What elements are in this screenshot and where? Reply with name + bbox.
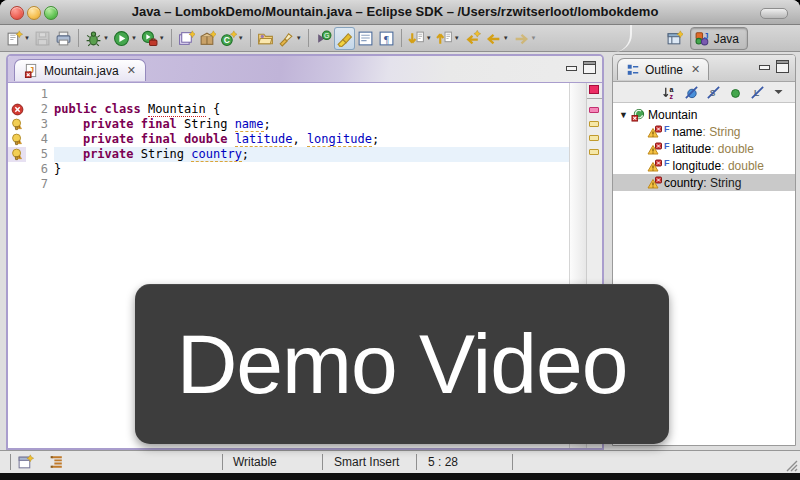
resize-grip[interactable]	[784, 458, 798, 472]
maximize-outline-button[interactable]	[776, 60, 789, 73]
java-file-icon: J	[24, 63, 39, 78]
new-project-icon	[178, 30, 195, 47]
new-java-project-button[interactable]	[176, 27, 197, 50]
outline-item-type: : double	[711, 142, 754, 156]
ruler-warning-marker[interactable]	[589, 135, 599, 141]
print-icon	[55, 30, 72, 47]
mac-close-button[interactable]	[10, 6, 24, 20]
toolbar-toggle-capsule[interactable]	[760, 8, 788, 19]
search-button[interactable]: ▼	[276, 27, 304, 50]
letterbox-bar	[0, 473, 800, 480]
ruler-warning-marker[interactable]	[589, 149, 599, 155]
last-edit-location-button[interactable]	[462, 27, 483, 50]
new-class-icon: C	[220, 30, 237, 47]
hide-fields-button[interactable]	[684, 85, 699, 100]
main-toolbar: ▼▼▼▼C▼▼G¶▼▼▼▼ J Java	[0, 25, 800, 52]
java-perspective-label: Java	[714, 32, 739, 46]
show-whitespace-toggle[interactable]: ¶	[376, 27, 397, 50]
outline-item-label: latitude	[673, 142, 712, 156]
back-button[interactable]: ▼	[483, 27, 511, 50]
outline-tab[interactable]: Outline ✕	[617, 58, 709, 80]
mac-minimize-button[interactable]	[27, 6, 41, 20]
cursor-position-status: 5 : 28	[428, 455, 458, 469]
outline-item-country[interactable]: country : String	[613, 174, 795, 191]
save-button[interactable]	[32, 27, 53, 50]
open-element-button[interactable]: G	[313, 27, 334, 50]
hide-non-public-button[interactable]	[728, 85, 743, 100]
code-line[interactable]: 5 private String country;	[8, 147, 570, 162]
editor-tab-bar: J Mountain.java ✕	[8, 56, 602, 83]
svg-text:C: C	[224, 35, 230, 45]
outline-item-label: name	[673, 125, 703, 139]
code-line[interactable]: 6}	[8, 162, 570, 177]
svg-text:J: J	[703, 31, 708, 41]
external-tools-button[interactable]: ▼	[139, 27, 167, 50]
dropdown-arrow-icon: ▼	[454, 35, 460, 41]
previous-annotation-button[interactable]: ▼	[434, 27, 462, 50]
screen: Java – LombokDemo/Mountain.java – Eclips…	[0, 0, 800, 480]
forward-button[interactable]: ▼	[511, 27, 539, 50]
status-bar: Writable Smart Insert 5 : 28	[0, 450, 800, 473]
outline-item-latitude[interactable]: Flatitude : double	[613, 140, 795, 157]
mac-zoom-button[interactable]	[44, 6, 58, 20]
insert-mode-status: Smart Insert	[334, 455, 399, 469]
code-line[interactable]: 3 private final String name;	[8, 117, 570, 132]
code-line[interactable]: 4 private final double latitude, longitu…	[8, 132, 570, 147]
code-text: }	[54, 162, 570, 177]
back-icon	[485, 30, 502, 47]
minimize-editor-button[interactable]	[565, 62, 576, 73]
new-class-button[interactable]: C▼	[218, 27, 246, 50]
status-separator	[10, 454, 11, 470]
ruler-divider	[587, 98, 602, 99]
ruler-warning-marker[interactable]	[589, 121, 599, 127]
code-line[interactable]: 7	[8, 177, 570, 192]
run-button[interactable]: ▼	[111, 27, 139, 50]
sort-button[interactable]: az	[662, 85, 677, 100]
class-obj-icon	[631, 108, 646, 122]
show-source-icon	[357, 30, 374, 47]
highlighter-icon	[336, 30, 353, 47]
error-marker-icon[interactable]	[8, 102, 26, 117]
minimize-outline-button[interactable]	[758, 61, 769, 72]
maximize-editor-button[interactable]	[583, 61, 596, 74]
fast-view-outline-icon[interactable]	[48, 454, 65, 471]
outline-item-name[interactable]: Fname : String	[613, 123, 795, 140]
expander-icon[interactable]: ▼	[619, 110, 629, 120]
editor-tab-mountain-java[interactable]: J Mountain.java ✕	[14, 59, 146, 81]
warning-marker-icon[interactable]	[8, 147, 26, 162]
debug-button[interactable]: ▼	[83, 27, 111, 50]
warning-marker-icon[interactable]	[8, 117, 26, 132]
code-line[interactable]: 1	[8, 87, 570, 102]
open-element-icon: G	[315, 30, 332, 47]
outline-item-longitude[interactable]: Flongitude : double	[613, 157, 795, 174]
outline-item-Mountain[interactable]: ▼Mountain	[613, 106, 795, 123]
new-package-button[interactable]	[197, 27, 218, 50]
hide-static-button[interactable]: S	[706, 85, 721, 100]
svg-text:z: z	[670, 92, 674, 99]
final-adornment: F	[664, 124, 670, 134]
next-annotation-button[interactable]: ▼	[406, 27, 434, 50]
prev-annotation-icon	[436, 30, 453, 47]
new-button[interactable]: ▼	[4, 27, 32, 50]
hide-local-types-button[interactable]: L	[750, 85, 765, 100]
warning-marker-icon[interactable]	[8, 132, 26, 147]
outline-tab-close-icon[interactable]: ✕	[691, 63, 700, 76]
view-menu-button[interactable]	[772, 85, 787, 100]
outline-tab-bar: Outline ✕	[613, 55, 795, 82]
window-title: Java – LombokDemo/Mountain.java – Eclips…	[70, 0, 720, 24]
print-button[interactable]	[53, 27, 74, 50]
eclipse-window: Java – LombokDemo/Mountain.java – Eclips…	[0, 0, 800, 473]
show-source-button[interactable]	[355, 27, 376, 50]
save-icon	[34, 30, 51, 47]
open-type-button[interactable]	[255, 27, 276, 50]
fast-view-icon[interactable]	[17, 454, 34, 471]
line-number: 6	[26, 162, 54, 177]
ruler-error-marker[interactable]	[589, 107, 599, 113]
forward-icon	[513, 30, 530, 47]
java-perspective-button[interactable]: J Java	[690, 27, 748, 50]
open-perspective-icon[interactable]	[666, 30, 683, 47]
status-separator	[512, 454, 513, 470]
editor-tab-close-icon[interactable]: ✕	[127, 64, 136, 77]
mark-occurrences-toggle[interactable]	[334, 27, 355, 50]
code-line[interactable]: 2public class Mountain {	[8, 102, 570, 117]
